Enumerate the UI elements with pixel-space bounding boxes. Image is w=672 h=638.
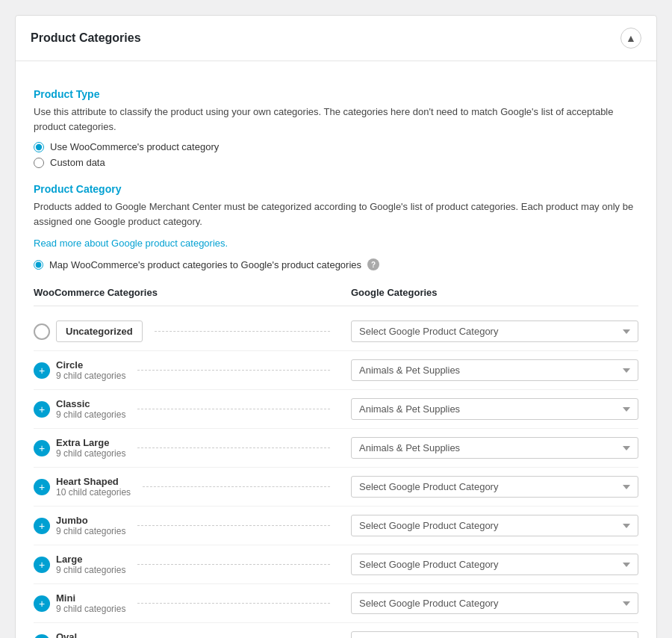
woo-cat-col: +Classic9 child categories xyxy=(34,398,336,420)
radio-woocommerce-label: Use WooCommerce's product category xyxy=(50,141,219,152)
category-label-group: Classic9 child categories xyxy=(56,398,125,420)
category-label-group: Heart Shaped10 child categories xyxy=(56,476,131,498)
category-label-group: Circle9 child categories xyxy=(56,359,125,381)
google-category-select[interactable]: Select Google Product CategoryAnimals & … xyxy=(351,631,638,638)
radio-custom-data[interactable]: Custom data xyxy=(34,157,638,168)
expand-category-button[interactable]: + xyxy=(34,440,50,456)
expand-category-button[interactable]: + xyxy=(34,557,50,573)
dashed-line xyxy=(137,603,330,604)
google-cat-col: Select Google Product CategoryAnimals & … xyxy=(336,398,638,420)
google-cat-col: Select Google Product CategoryAnimals & … xyxy=(336,320,638,342)
category-children-count: 9 child categories xyxy=(56,565,125,575)
table-row: +Circle9 child categoriesSelect Google P… xyxy=(34,351,638,390)
google-category-select[interactable]: Select Google Product CategoryAnimals & … xyxy=(351,320,638,342)
google-cat-col: Select Google Product CategoryAnimals & … xyxy=(336,554,638,575)
expand-category-button[interactable]: + xyxy=(34,595,50,612)
category-label-group: Extra Large9 child categories xyxy=(56,437,125,459)
woo-cat-col: +Mini9 child categories xyxy=(34,592,336,614)
table-row: +Mini9 child categoriesSelect Google Pro… xyxy=(34,584,638,623)
google-category-select[interactable]: Select Google Product CategoryAnimals & … xyxy=(351,359,638,381)
radio-custom-label: Custom data xyxy=(50,157,105,168)
expand-category-button[interactable]: + xyxy=(34,362,50,379)
category-rows-container: UncategorizedSelect Google Product Categ… xyxy=(34,312,638,638)
read-more-link[interactable]: Read more about Google product categorie… xyxy=(34,238,228,249)
google-category-select[interactable]: Select Google Product CategoryAnimals & … xyxy=(351,476,638,498)
panel-title: Product Categories xyxy=(31,31,141,45)
category-children-count: 10 child categories xyxy=(56,487,131,498)
radio-woocommerce-input[interactable] xyxy=(34,142,44,152)
categories-table: WooCommerce Categories Google Categories… xyxy=(34,282,638,638)
category-children-count: 9 child categories xyxy=(56,448,125,459)
category-name: Classic xyxy=(56,398,125,409)
category-name: Circle xyxy=(56,359,125,371)
table-row: +Oval9 child categoriesSelect Google Pro… xyxy=(34,623,638,638)
google-cat-col: Select Google Product CategoryAnimals & … xyxy=(336,515,638,536)
table-row: UncategorizedSelect Google Product Categ… xyxy=(34,312,638,351)
woo-cat-col: +Extra Large9 child categories xyxy=(34,437,336,459)
woo-cat-col: +Circle9 child categories xyxy=(34,359,336,381)
category-children-count: 9 child categories xyxy=(56,409,125,420)
uncat-circle xyxy=(34,323,50,340)
category-label-group: Mini9 child categories xyxy=(56,592,125,614)
dashed-line xyxy=(137,564,330,565)
category-label-group: Oval9 child categories xyxy=(56,631,125,638)
google-cat-col: Select Google Product CategoryAnimals & … xyxy=(336,476,638,498)
panel-body: Product Type Use this attribute to class… xyxy=(16,61,656,638)
radio-map-input[interactable] xyxy=(34,260,43,270)
google-cat-col: Select Google Product CategoryAnimals & … xyxy=(336,592,638,614)
product-category-title: Product Category xyxy=(34,183,638,195)
google-cat-col: Select Google Product CategoryAnimals & … xyxy=(336,631,638,638)
expand-category-button[interactable]: + xyxy=(34,401,50,418)
category-name: Heart Shaped xyxy=(56,476,131,487)
product-type-title: Product Type xyxy=(34,88,638,100)
category-children-count: 9 child categories xyxy=(56,526,125,536)
expand-category-button[interactable]: + xyxy=(34,634,50,639)
woo-col-header: WooCommerce Categories xyxy=(34,287,336,298)
google-category-select[interactable]: Select Google Product CategoryAnimals & … xyxy=(351,398,638,420)
radio-custom-input[interactable] xyxy=(34,158,44,168)
map-option-label: Map WooCommerce's product categories to … xyxy=(49,259,361,270)
category-children-count: 9 child categories xyxy=(56,604,125,614)
product-categories-panel: Product Categories ▲ Product Type Use th… xyxy=(15,15,657,638)
category-children-count: 9 child categories xyxy=(56,371,125,381)
category-name-box: Uncategorized xyxy=(56,320,143,342)
dashed-line xyxy=(137,370,330,371)
category-name: Extra Large xyxy=(56,437,125,448)
expand-category-button[interactable]: + xyxy=(34,518,50,534)
google-category-select[interactable]: Select Google Product CategoryAnimals & … xyxy=(351,437,638,459)
table-row: +Classic9 child categoriesSelect Google … xyxy=(34,390,638,429)
google-col-header: Google Categories xyxy=(336,287,638,298)
product-type-desc: Use this attribute to classify the produ… xyxy=(34,105,638,134)
category-name: Large xyxy=(56,554,125,565)
google-category-select[interactable]: Select Google Product CategoryAnimals & … xyxy=(351,592,638,614)
radio-woocommerce-category[interactable]: Use WooCommerce's product category xyxy=(34,141,638,152)
woo-cat-col: Uncategorized xyxy=(34,320,336,342)
woo-cat-col: +Oval9 child categories xyxy=(34,631,336,638)
category-name: Oval xyxy=(56,631,125,638)
category-label-group: Large9 child categories xyxy=(56,554,125,575)
panel-header: Product Categories ▲ xyxy=(16,16,656,61)
woo-cat-col: +Jumbo9 child categories xyxy=(34,515,336,536)
woo-cat-col: +Heart Shaped10 child categories xyxy=(34,476,336,498)
dashed-line xyxy=(137,409,330,409)
expand-category-button[interactable]: + xyxy=(34,479,50,495)
table-row: +Large9 child categoriesSelect Google Pr… xyxy=(34,545,638,584)
table-row: +Jumbo9 child categoriesSelect Google Pr… xyxy=(34,507,638,545)
category-label-group: Jumbo9 child categories xyxy=(56,515,125,536)
woo-cat-col: +Large9 child categories xyxy=(34,554,336,575)
product-category-section: Product Category Products added to Googl… xyxy=(34,183,638,638)
product-type-options: Use WooCommerce's product category Custo… xyxy=(34,141,638,168)
product-type-section: Product Type Use this attribute to class… xyxy=(34,88,638,168)
collapse-button[interactable]: ▲ xyxy=(620,28,641,49)
help-icon[interactable]: ? xyxy=(367,258,379,270)
table-row: +Extra Large9 child categoriesSelect Goo… xyxy=(34,429,638,468)
dashed-line xyxy=(137,525,330,526)
table-header: WooCommerce Categories Google Categories xyxy=(34,282,638,306)
google-cat-col: Select Google Product CategoryAnimals & … xyxy=(336,437,638,459)
category-name: Mini xyxy=(56,592,125,604)
google-category-select[interactable]: Select Google Product CategoryAnimals & … xyxy=(351,554,638,575)
google-category-select[interactable]: Select Google Product CategoryAnimals & … xyxy=(351,515,638,536)
dashed-line xyxy=(155,331,330,332)
category-name: Jumbo xyxy=(56,515,125,526)
map-option-row: Map WooCommerce's product categories to … xyxy=(34,258,638,270)
